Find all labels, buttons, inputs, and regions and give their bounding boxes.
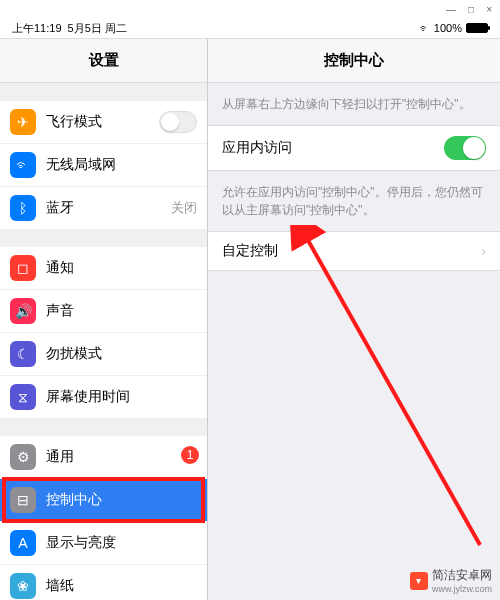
sidebar-group-1: ✈ 飞行模式 ᯤ 无线局域网 ᛒ 蓝牙 关闭 xyxy=(0,101,207,229)
label: 声音 xyxy=(46,302,74,320)
moon-icon: ☾ xyxy=(10,341,36,367)
sidebar-title: 设置 xyxy=(0,39,207,83)
sidebar-item-display[interactable]: A 显示与亮度 xyxy=(0,522,207,565)
label: 通知 xyxy=(46,259,74,277)
detail-panel: 控制中心 从屏幕右上方边缘向下轻扫以打开"控制中心"。 应用内访问 允许在应用内… xyxy=(208,39,500,600)
window-bar: — □ × xyxy=(0,0,500,18)
wifi-icon: ᯤ xyxy=(10,152,36,178)
sidebar-group-2: ◻ 通知 🔊 声音 ☾ 勿扰模式 ⧖ 屏幕使用时间 xyxy=(0,247,207,418)
watermark: ▾ 简洁安卓网 www.jylzw.com xyxy=(410,567,492,594)
chevron-right-icon: › xyxy=(481,243,486,259)
settings-sidebar: 设置 ✈ 飞行模式 ᯤ 无线局域网 ᛒ 蓝牙 关闭 ◻ 通知 xyxy=(0,39,208,600)
sidebar-item-sound[interactable]: 🔊 声音 xyxy=(0,290,207,333)
airplane-icon: ✈ xyxy=(10,109,36,135)
bell-icon: ◻ xyxy=(10,255,36,281)
airplane-switch[interactable] xyxy=(159,111,197,133)
label: 应用内访问 xyxy=(222,139,292,157)
wallpaper-icon: ❀ xyxy=(10,573,36,599)
status-time: 上午11:19 xyxy=(12,21,62,36)
sidebar-item-airplane[interactable]: ✈ 飞行模式 xyxy=(0,101,207,144)
inapp-access-row[interactable]: 应用内访问 xyxy=(208,125,500,171)
sidebar-item-control-center[interactable]: ⊟ 控制中心 xyxy=(0,479,207,522)
label: 勿扰模式 xyxy=(46,345,102,363)
toggles-icon: ⊟ xyxy=(10,487,36,513)
bluetooth-status: 关闭 xyxy=(171,199,197,217)
battery-icon xyxy=(466,23,488,33)
label: 飞行模式 xyxy=(46,113,102,131)
sidebar-item-screentime[interactable]: ⧖ 屏幕使用时间 xyxy=(0,376,207,418)
hourglass-icon: ⧖ xyxy=(10,384,36,410)
status-date: 5月5日 周二 xyxy=(68,21,127,36)
brightness-icon: A xyxy=(10,530,36,556)
inapp-switch[interactable] xyxy=(444,136,486,160)
label: 屏幕使用时间 xyxy=(46,388,130,406)
intro-note: 从屏幕右上方边缘向下轻扫以打开"控制中心"。 xyxy=(208,83,500,125)
maximize-button[interactable]: □ xyxy=(468,4,474,15)
sidebar-group-3: ⚙ 通用 1 ⊟ 控制中心 A 显示与亮度 ❀ 墙纸 ◉ Siri 与搜索 xyxy=(0,436,207,600)
android-icon: ▾ xyxy=(410,572,428,590)
brand-url: www.jylzw.com xyxy=(432,584,492,594)
customize-controls-row[interactable]: 自定控制 › xyxy=(208,231,500,271)
close-button[interactable]: × xyxy=(486,4,492,15)
inapp-note: 允许在应用内访问"控制中心"。停用后，您仍然可以从主屏幕访问"控制中心"。 xyxy=(208,171,500,231)
sidebar-item-dnd[interactable]: ☾ 勿扰模式 xyxy=(0,333,207,376)
detail-title: 控制中心 xyxy=(208,39,500,83)
label: 显示与亮度 xyxy=(46,534,116,552)
label: 通用 xyxy=(46,448,74,466)
label: 无线局域网 xyxy=(46,156,116,174)
label: 蓝牙 xyxy=(46,199,74,217)
sidebar-item-bluetooth[interactable]: ᛒ 蓝牙 关闭 xyxy=(0,187,207,229)
bluetooth-icon: ᛒ xyxy=(10,195,36,221)
label: 控制中心 xyxy=(46,491,102,509)
battery-label: 100% xyxy=(434,22,462,34)
minimize-button[interactable]: — xyxy=(446,4,456,15)
sidebar-item-wallpaper[interactable]: ❀ 墙纸 xyxy=(0,565,207,600)
status-bar: 上午11:19 5月5日 周二 ᯤ 100% xyxy=(0,18,500,38)
wifi-icon: ᯤ xyxy=(419,22,430,34)
general-badge: 1 xyxy=(181,446,199,464)
sound-icon: 🔊 xyxy=(10,298,36,324)
brand-name: 简洁安卓网 xyxy=(432,567,492,584)
sidebar-item-wifi[interactable]: ᯤ 无线局域网 xyxy=(0,144,207,187)
gear-icon: ⚙ xyxy=(10,444,36,470)
label: 墙纸 xyxy=(46,577,74,595)
sidebar-item-general[interactable]: ⚙ 通用 1 xyxy=(0,436,207,479)
label: 自定控制 xyxy=(222,242,278,260)
sidebar-item-notifications[interactable]: ◻ 通知 xyxy=(0,247,207,290)
